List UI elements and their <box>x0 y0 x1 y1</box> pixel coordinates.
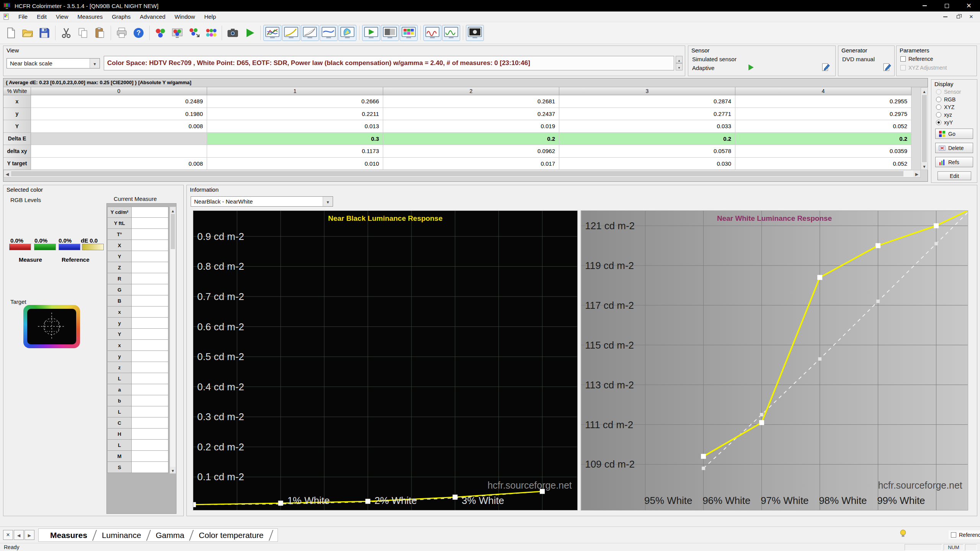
measure-cell[interactable]: 0.010 <box>207 158 383 170</box>
mdi-close-button[interactable] <box>965 12 978 21</box>
primary-wave-button[interactable] <box>423 25 441 41</box>
scrollbar-thumb[interactable] <box>171 214 175 249</box>
colors-view-button[interactable] <box>400 25 418 41</box>
sensor-config-icon[interactable] <box>822 63 830 72</box>
measure-cell[interactable]: 0.2 <box>559 133 735 145</box>
scroll-up-button[interactable] <box>921 88 928 95</box>
measure-cell[interactable]: 0.013 <box>207 120 383 133</box>
measure-cell[interactable]: 0.2489 <box>31 95 207 108</box>
mdi-minimize-button[interactable] <box>939 12 952 21</box>
tab-scroll-left-button[interactable] <box>14 530 24 540</box>
information-view-select[interactable]: NearBlack - NearWhite <box>191 196 333 207</box>
edit-button[interactable]: Edit <box>938 171 971 180</box>
contrast-view-button[interactable] <box>466 25 484 41</box>
measure-cell[interactable]: 0.2 <box>735 133 911 145</box>
measure-cell[interactable]: 0.0962 <box>383 145 559 158</box>
chevron-down-icon[interactable] <box>90 59 100 68</box>
grayscale-view-button[interactable] <box>381 25 399 41</box>
display-mode-xyz[interactable]: xyz <box>936 111 961 119</box>
menu-edit[interactable]: Edit <box>32 12 51 21</box>
tab-color-temperature[interactable]: Color temperature <box>193 531 270 540</box>
measure-cell[interactable]: 0.030 <box>559 158 735 170</box>
measure-cell[interactable]: 0.008 <box>31 158 207 170</box>
minimize-button[interactable] <box>913 0 936 11</box>
maximize-button[interactable] <box>936 0 958 11</box>
measures-vertical-scrollbar[interactable] <box>921 87 928 170</box>
about-help-button[interactable]: ? <box>130 24 147 41</box>
param-reference-checkbox[interactable]: Reference <box>900 54 947 63</box>
refs-button[interactable]: Refs <box>935 157 973 167</box>
run-measures-button[interactable] <box>241 24 258 41</box>
measure-primaries-button[interactable] <box>169 24 186 41</box>
measure-cell[interactable]: 0.0359 <box>735 145 911 158</box>
save-file-button[interactable] <box>36 24 53 41</box>
measure-cell[interactable]: 0.2666 <box>207 95 383 108</box>
gamma-chart-button[interactable] <box>301 25 319 41</box>
measure-cell[interactable]: 0.017 <box>383 158 559 170</box>
menu-window[interactable]: Window <box>170 12 199 21</box>
measure-cell[interactable]: 0.2874 <box>559 95 735 108</box>
menu-advanced[interactable]: Advanced <box>135 12 170 21</box>
print-button[interactable] <box>113 24 130 41</box>
measure-cell[interactable]: 0.2437 <box>383 108 559 121</box>
secondary-wave-button[interactable] <box>442 25 460 41</box>
scroll-left-button[interactable] <box>4 170 11 177</box>
cie-chart-button[interactable] <box>338 25 356 41</box>
menu-file[interactable]: File <box>14 12 32 21</box>
scroll-up-button[interactable] <box>170 207 176 214</box>
snapshot-button[interactable] <box>224 24 241 41</box>
measure-view-button[interactable] <box>362 25 380 41</box>
generator-config-icon[interactable] <box>883 63 891 72</box>
measure-cell[interactable]: 0.008 <box>31 120 207 133</box>
reference-checkbox[interactable]: Reference <box>949 530 980 539</box>
scroll-right-button[interactable] <box>913 170 920 177</box>
menu-view[interactable]: View <box>51 12 73 21</box>
sensor-play-icon[interactable] <box>748 64 755 71</box>
copy-button[interactable] <box>75 24 91 41</box>
spin-down-button[interactable] <box>676 63 683 70</box>
open-file-button[interactable] <box>19 24 36 41</box>
mdi-restore-button[interactable] <box>952 12 965 21</box>
display-mode-xyz[interactable]: XYZ <box>936 103 961 111</box>
delete-button[interactable]: Delete <box>935 143 973 153</box>
measure-cell[interactable]: 0.0578 <box>559 145 735 158</box>
measure-cell[interactable]: 0.052 <box>735 158 911 170</box>
paste-button[interactable] <box>91 24 108 41</box>
cut-button[interactable] <box>58 24 75 41</box>
chevron-down-icon[interactable] <box>323 197 333 206</box>
measure-cell[interactable]: 0.1980 <box>31 108 207 121</box>
tab-measures[interactable]: Measures <box>44 531 93 540</box>
measure-cell[interactable]: 0.2681 <box>383 95 559 108</box>
measure-grayscale-button[interactable] <box>152 24 169 41</box>
menu-graphs[interactable]: Graphs <box>107 12 135 21</box>
measure-full-button[interactable] <box>203 24 219 41</box>
scrollbar-thumb[interactable] <box>922 95 927 162</box>
measure-secondaries-button[interactable] <box>186 24 203 41</box>
menu-measures[interactable]: Measures <box>73 12 107 21</box>
measure-cell[interactable]: 0.2211 <box>207 108 383 121</box>
menu-help[interactable]: Help <box>199 12 220 21</box>
measure-cell[interactable]: 0.2771 <box>559 108 735 121</box>
measure-cell[interactable]: 0.2955 <box>735 95 911 108</box>
tab-gamma[interactable]: Gamma <box>150 531 191 540</box>
measures-horizontal-scrollbar[interactable] <box>3 170 921 178</box>
measure-cell[interactable]: 0.033 <box>559 120 735 133</box>
measure-cell[interactable] <box>31 145 207 158</box>
tab-scroll-right-button[interactable] <box>24 530 34 540</box>
measure-cell[interactable]: 0.3 <box>207 133 383 145</box>
measure-cell[interactable]: 0.1173 <box>207 145 383 158</box>
display-mode-xyy[interactable]: xyY <box>936 119 961 126</box>
display-mode-rgb[interactable]: RGB <box>936 96 961 103</box>
tab-luminance[interactable]: Luminance <box>96 531 147 540</box>
temperature-chart-button[interactable] <box>320 25 338 41</box>
close-button[interactable] <box>958 0 980 11</box>
scale-select[interactable]: Near black scale <box>7 58 100 68</box>
measure-cell[interactable] <box>31 133 207 145</box>
scroll-down-button[interactable] <box>921 163 928 170</box>
scroll-down-button[interactable] <box>170 467 176 473</box>
measure-cell[interactable]: 0.052 <box>735 120 911 133</box>
luminance-chart-button[interactable] <box>282 25 300 41</box>
values-scrollbar[interactable] <box>170 207 176 474</box>
go-button[interactable]: Go <box>935 129 973 139</box>
measure-cell[interactable]: 0.2975 <box>735 108 911 121</box>
